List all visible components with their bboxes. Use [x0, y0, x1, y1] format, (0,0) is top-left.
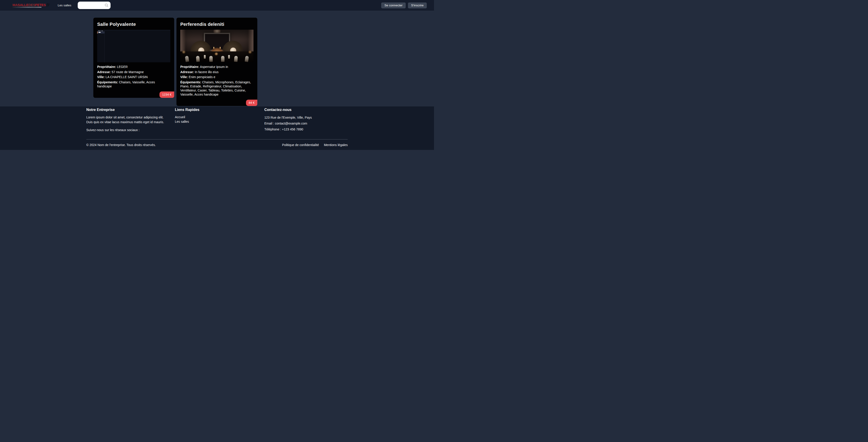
legal-notice-link[interactable]: Mentions légales: [324, 143, 348, 147]
footer-link-les-salles[interactable]: Les salles: [175, 120, 264, 124]
footer-company-heading: Notre Entreprise: [86, 108, 169, 112]
site-logo[interactable]: MASALLEDESFETES fr: [12, 3, 50, 8]
footer-links-column: Liens Rapides Accueil Les salles: [175, 108, 264, 136]
footer-contact-column: Contactez-nous 123 Rue de l'Exemple, Vil…: [264, 108, 348, 136]
signup-button[interactable]: S'inscrire: [408, 2, 427, 8]
search-input[interactable]: [78, 2, 111, 9]
price-badge: 84 €: [246, 100, 257, 106]
venue-equipment: Équipements: Chaises, Microphones, Eclai…: [180, 80, 253, 96]
venue-address: Adresse: In facere illo eius: [180, 70, 253, 74]
venue-image-placeholder: [97, 30, 170, 62]
footer-contact-email: Email : contact@example.com: [264, 121, 348, 126]
main-content: Salle Polyvalente Propriétaire: LEGER Ad…: [0, 11, 434, 106]
copyright-text: © 2024 Nom de l'entreprise. Tous droits …: [86, 143, 156, 147]
logo-part-fetes: FETES: [35, 3, 46, 7]
venue-title: Perferendis deleniti: [180, 22, 253, 27]
venue-card-list: Salle Polyvalente Propriétaire: LEGER Ad…: [86, 11, 348, 106]
legal-links: Politique de confidentialité Mentions lé…: [282, 143, 348, 147]
nav-les-salles[interactable]: Les salles: [58, 4, 71, 7]
footer-contact-address: 123 Rue de l'Exemple, Ville, Pays: [264, 115, 348, 120]
venue-details: Propriétaire: LEGER Adresse: 57 route de…: [97, 65, 170, 88]
price-badge: 1234 €: [159, 92, 174, 98]
footer-contact-phone: Téléphone : +123 456 7890: [264, 127, 348, 132]
login-button[interactable]: Se connecter: [381, 2, 406, 8]
search-box: [78, 2, 111, 9]
footer-contact-heading: Contactez-nous: [264, 108, 348, 112]
footer-link-accueil[interactable]: Accueil: [175, 115, 264, 119]
footer-links-heading: Liens Rapides: [175, 108, 264, 112]
privacy-policy-link[interactable]: Politique de confidentialité: [282, 143, 319, 147]
venue-photo: [180, 30, 253, 62]
footer-social-text: Suivez-nous sur les réseaux sociaux :: [86, 128, 169, 132]
venue-equipment: Équipements: Chaises, Vaisselle, Acces h…: [97, 80, 170, 88]
venue-title: Salle Polyvalente: [97, 22, 170, 27]
venue-card[interactable]: Perferendis deleniti: [177, 18, 257, 106]
venue-card[interactable]: Salle Polyvalente Propriétaire: LEGER Ad…: [93, 18, 174, 98]
venue-address: Adresse: 57 route de Marmagne: [97, 70, 170, 74]
venue-owner: Propriétaire: LEGER: [97, 65, 170, 69]
venue-city: Ville: LA CHAPELLE SAINT URSIN: [97, 75, 170, 79]
logo-underline: [12, 7, 41, 8]
auth-buttons: Se connecter S'inscrire: [381, 2, 427, 8]
logo-wordmark: MASALLEDESFETES: [12, 3, 46, 8]
footer-company-text: Lorem ipsum dolor sit amet, consectetur …: [86, 115, 169, 125]
site-footer: Notre Entreprise Lorem ipsum dolor sit a…: [0, 106, 434, 150]
logo-part-salle: SALLE: [18, 3, 29, 7]
logo-fr-script: fr: [46, 3, 50, 6]
venue-owner: Propriétaire: Aspernatur ipsum in: [180, 65, 253, 69]
logo-part-ma: MA: [12, 3, 18, 7]
logo-part-des: DES: [28, 3, 35, 7]
footer-company-column: Notre Entreprise Lorem ipsum dolor sit a…: [86, 108, 169, 136]
venue-city: Ville: Enim perspiciatis e: [180, 75, 253, 79]
top-nav-bar: MASALLEDESFETES fr Les salles Se connect…: [0, 0, 434, 11]
venue-details: Propriétaire: Aspernatur ipsum in Adress…: [180, 65, 253, 96]
